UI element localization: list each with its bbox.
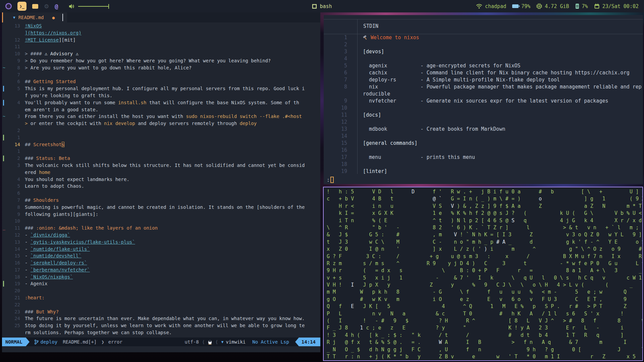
editor-line[interactable]: 17- `berberman/nvfetcher` [2,266,320,274]
line-text: > Are you sure you want to go down this … [25,64,320,71]
editor-line[interactable]: > or enter the cockpit with nix develop … [2,120,320,127]
editor-line[interactable]: 2### Status: Beta [2,155,320,162]
editor-window[interactable]: ▼ README.md ● 13!NixOS](https://nixos.or… [2,12,320,352]
memory-module[interactable]: 4.72 GiB [536,3,569,9]
glyph-row: P L n v N a & c T 0 # h K A / 1 l s 6 S … [327,310,642,317]
editor-line[interactable]: 24The future is more uncertain than ever… [2,315,320,322]
glyph-row: c + b V 4 B t @ ` G = I n ( _ ) m \ # = … [327,195,642,202]
gear-icon[interactable]: ⚙ [44,3,49,10]
filetype-text: vimwiki [226,339,246,345]
at-sign-icon[interactable]: @ [55,3,58,10]
pager-line: 3[devos] [324,48,643,55]
editor-line[interactable]: 11 [2,43,320,50]
editor-line[interactable]: ~3From there you can either install the … [2,113,320,120]
gutter-sign [2,169,6,176]
editor-line[interactable]: 23### But Why? [2,308,320,315]
editor-line[interactable]: 16- `serokell/deploy-rs` [2,259,320,266]
editor-line[interactable]: ~8> Are you sure you want to go down thi… [2,64,320,71]
line-text: > Do you remember how you got here? Wher… [25,57,320,64]
chat-icon[interactable] [32,4,38,9]
editor-line[interactable]: 18- `NixOS/nixpkgs` [2,274,320,281]
pager-command-prompt[interactable]: : [327,177,334,183]
gutter-sign [2,37,6,44]
editor-line[interactable]: 21:heart: [2,294,320,301]
editor-line[interactable]: 25Stop doing it by yourself, unless we l… [2,322,320,329]
editor-buffer[interactable]: 13!NixOS](https://nixos.org)12!MIT Licen… [2,22,320,338]
volume-slider[interactable] [78,6,109,7]
editor-line[interactable]: 13!NixOS [2,22,320,29]
pager-line-text [357,161,363,168]
editor-line[interactable]: 14- `numtide/flake-utils` [2,246,320,253]
line-number: 2 [6,127,25,134]
editor-line[interactable]: 19- Agenix [2,280,320,287]
firefox-icon[interactable] [5,3,12,9]
pager-line-text: agenix - age-encrypted secrets for NixOS [357,62,521,69]
editor-line[interactable]: 3The volcanic rock still shifts below th… [2,162,320,169]
line-number: 11 [324,112,357,119]
editor-line[interactable]: f you're looking to graft this. [2,92,320,99]
powerline-arrow-icon [26,338,30,346]
line-number: 25 [6,322,25,329]
editor-line[interactable]: 7 [2,71,320,78]
editor-line[interactable]: 15- `numtide/devshell` [2,252,320,259]
editor-line[interactable]: 7## Shoulders [2,197,320,204]
editor-line[interactable]: 20 [2,287,320,294]
editor-line[interactable]: 4You'll probably want to run some instal… [2,99,320,106]
line-number: 23 [6,308,25,315]
gutter-sign [2,329,6,336]
editor-line[interactable]: 14## Screetshots [2,141,320,148]
pager-window[interactable]: STDIN 1Welcome to nixos23[devos]45 ageni… [324,15,643,184]
gutter-sign: _ [2,225,6,232]
gutter-sign [2,259,6,266]
editor-line[interactable]: _11### :onion: &mdash; like the layers o… [2,225,320,232]
editor-line[interactable]: 9following giants][giants]: [2,211,320,218]
clock-module[interactable]: 23/Sat 00:02 [594,3,639,9]
line-text [25,148,320,155]
gutter-sign [2,92,6,99]
cpu-module[interactable]: 7% [575,3,588,9]
linux-tux-icon [208,340,212,345]
terminal-cursor [330,177,334,183]
terminal-workspace-icon[interactable]: ❯_ [17,2,26,11]
line-text: f you're looking to graft this. [25,92,320,99]
angle-separator-icon: ⟨ [216,339,217,345]
editor-line[interactable]: 10 [2,218,320,225]
editor-line[interactable]: 5Learn to adopt Chaos. [2,183,320,190]
editor-line[interactable]: 13- `gytis-ivaskevicius/flake-utils-plus… [2,239,320,246]
system-tray: chadpad 79% 4.72 GiB 7% [473,3,644,9]
line-number: 18 [324,161,357,168]
editor-line[interactable]: 10> #### ⚠ Advisory ⚠ [2,50,320,57]
line-number: 16 [6,259,25,266]
powerline-arrow-icon [295,338,299,346]
editor-line[interactable]: 1 [2,134,320,141]
network-module[interactable]: chadpad [476,3,506,9]
editor-line[interactable]: 1 [2,148,320,155]
editor-line[interactable]: 12!MIT License][mit] [2,37,320,44]
editor-line[interactable]: 12- `divnix/digga` [2,232,320,239]
battery-module[interactable]: 79% [512,3,530,9]
editor-line[interactable]: ered home [2,169,320,176]
line-text: ### But Why? [25,308,320,315]
editor-line[interactable]: 8Summoning is powerful magic, and cannot… [2,204,320,211]
editor-line[interactable]: 4You should not expect landmarks here. [2,176,320,183]
gutter-sign [2,308,6,315]
editor-line[interactable]: 22 [2,301,320,308]
tab-readme[interactable]: ▼ README.md ● [3,12,67,22]
editor-line[interactable]: 6 [2,190,320,197]
pager-line: 2 [324,41,643,48]
gutter-sign [2,148,6,155]
editor-line[interactable]: em aren't in a good state. [2,106,320,113]
git-branch-name: deploy [41,339,58,345]
editor-line[interactable]: 5This is my personal deployment hub. I c… [2,85,320,92]
glyph-terminal-window[interactable]: ! h : 5 V D l D f ' R w . + j B i f u 0 … [323,187,643,361]
pager-line-text [357,105,363,112]
focused-window-title: bash [312,0,332,12]
editor-line[interactable]: ](https://nixos.org) [2,29,320,37]
editor-line[interactable]: 6## Getting Started [2,78,320,85]
pager-line-text [357,147,363,154]
editor-line[interactable]: 9> Do you remember how you got here? Whe… [2,57,320,64]
volume-control[interactable] [69,4,109,9]
pager-body[interactable]: 1Welcome to nixos23[devos]45 agenix - ag… [324,34,643,175]
editor-line[interactable]: 2 [2,127,320,134]
editor-line[interactable]: rm solutions. Perhaps together we can st… [2,329,320,336]
